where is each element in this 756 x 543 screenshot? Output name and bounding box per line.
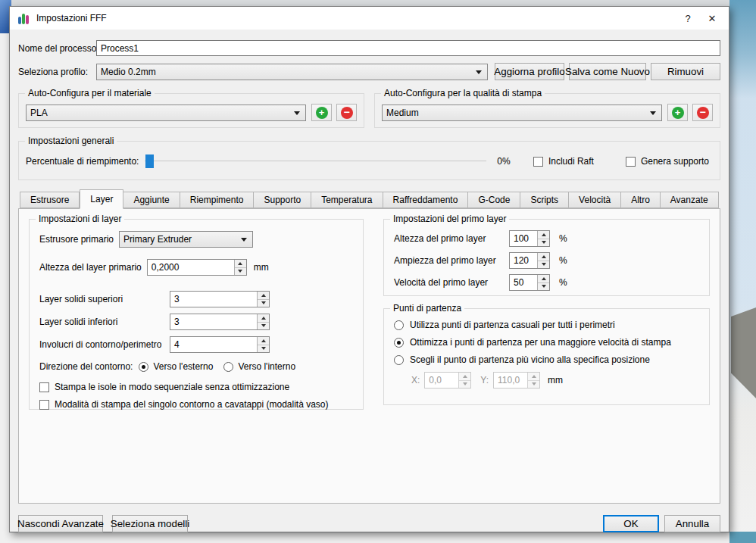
- start-y-label: Y:: [480, 375, 489, 385]
- app-icon: [18, 13, 30, 24]
- chevron-down-icon: [241, 238, 247, 242]
- first-layer-width-label: Ampiezza del primo layer: [394, 255, 509, 266]
- bottom-solid-layers-spinner[interactable]: 3: [170, 314, 270, 330]
- outline-direction-inside-radio[interactable]: [223, 362, 233, 372]
- tab-layer[interactable]: Layer: [80, 189, 123, 209]
- start-nearest-radio[interactable]: [394, 355, 404, 365]
- process-name-label: Nome del processo:: [18, 43, 96, 54]
- spin-down-button[interactable]: [538, 261, 549, 269]
- tab-estrusore[interactable]: Estrusore: [20, 192, 80, 208]
- profile-select[interactable]: Medio 0.2mm: [96, 64, 488, 80]
- spin-down-button[interactable]: [538, 239, 549, 247]
- generate-support-label: Genera supporto: [641, 156, 709, 167]
- spin-up-button[interactable]: [538, 231, 549, 239]
- add-quality-button[interactable]: +: [667, 104, 688, 121]
- spinner-arrows: [537, 253, 549, 268]
- spin-down-button[interactable]: [235, 268, 246, 276]
- first-layer-speed-spinner[interactable]: 50: [509, 274, 550, 291]
- bottom-solid-layers-label: Layer solidi inferiori: [39, 317, 170, 327]
- first-layer-height-spinner[interactable]: 100: [509, 230, 550, 247]
- outline-direction-label: Direzione del contorno:: [39, 361, 133, 372]
- include-raft-checkbox[interactable]: [533, 157, 543, 167]
- primary-extruder-select[interactable]: Primary Extruder: [119, 231, 253, 248]
- primary-layer-height-spinner[interactable]: 0,2000: [147, 259, 247, 276]
- generate-support-checkbox[interactable]: [626, 157, 636, 167]
- tab-supporto[interactable]: Supporto: [254, 192, 311, 208]
- quality-select[interactable]: Medium: [382, 105, 662, 121]
- select-models-button[interactable]: Seleziona modelli: [112, 515, 188, 532]
- footer: Nascondi Avanzate Seleziona modelli OK A…: [18, 515, 720, 532]
- first-layer-width-value: 120: [510, 253, 537, 268]
- plus-icon: +: [316, 107, 328, 119]
- save-as-new-button[interactable]: Salva come Nuovo: [569, 63, 646, 80]
- tab-riempimento[interactable]: Riempimento: [180, 192, 255, 208]
- material-select[interactable]: PLA: [26, 105, 306, 121]
- tab-scripts[interactable]: Scripts: [520, 192, 569, 208]
- spin-down-button[interactable]: [538, 283, 549, 291]
- help-button[interactable]: ?: [676, 9, 700, 27]
- tab-altro[interactable]: Altro: [621, 192, 661, 208]
- profile-select-label: Seleziona profilo:: [18, 67, 96, 77]
- process-name-input[interactable]: [96, 40, 720, 56]
- dialog-title: Impostazioni FFF: [36, 13, 676, 23]
- start-y-spinner: 110,0: [493, 372, 540, 389]
- material-select-value: PLA: [30, 108, 48, 118]
- primary-layer-height-unit: mm: [254, 262, 269, 273]
- spinner-arrows: [257, 337, 269, 352]
- tab-gcode[interactable]: G-Code: [468, 192, 520, 208]
- tab-velocita[interactable]: Velocità: [569, 192, 621, 208]
- spinner-arrows: [537, 231, 549, 246]
- auto-quality-group: Auto-Configura per la qualità di stampa …: [374, 93, 720, 128]
- first-layer-speed-value: 50: [510, 275, 537, 290]
- spinner-arrows: [257, 292, 269, 307]
- titlebar[interactable]: Impostazioni FFF ? ✕: [10, 7, 729, 30]
- start-points-title: Punti di partenza: [390, 303, 464, 314]
- close-button[interactable]: ✕: [700, 9, 724, 27]
- spin-up-button[interactable]: [258, 337, 269, 345]
- remove-quality-button[interactable]: −: [692, 104, 713, 121]
- spin-up-button[interactable]: [538, 253, 549, 261]
- sequential-islands-checkbox[interactable]: [39, 382, 49, 392]
- quality-select-value: Medium: [386, 108, 419, 118]
- general-settings-title: Impostazioni generali: [25, 136, 117, 146]
- top-solid-layers-spinner[interactable]: 3: [170, 291, 270, 307]
- spinner-arrows: [537, 275, 549, 290]
- tab-avanzate[interactable]: Avanzate: [661, 192, 719, 208]
- chevron-down-icon: [476, 70, 482, 74]
- cancel-button[interactable]: Annulla: [664, 515, 720, 532]
- slider-handle[interactable]: [145, 154, 154, 168]
- spin-down-button[interactable]: [258, 300, 269, 307]
- slider-track[interactable]: [145, 161, 486, 162]
- spin-up-button[interactable]: [258, 292, 269, 300]
- spin-down-button[interactable]: [258, 323, 269, 330]
- outline-perimeter-shells-spinner[interactable]: 4: [170, 336, 270, 353]
- start-optimize-radio[interactable]: [394, 338, 404, 348]
- spin-up-button[interactable]: [538, 275, 549, 283]
- add-material-button[interactable]: +: [311, 104, 332, 121]
- start-random-radio[interactable]: [394, 320, 404, 330]
- tab-raffreddamento[interactable]: Raffreddamento: [383, 192, 469, 208]
- vase-mode-checkbox[interactable]: [39, 400, 49, 410]
- first-layer-title: Impostazioni del primo layer: [390, 214, 509, 224]
- layer-tab-pane: Impostazioni di layer Estrusore primario…: [18, 208, 720, 504]
- tab-temperatura[interactable]: Temperatura: [311, 192, 383, 208]
- app-background-left: [0, 33, 9, 543]
- spin-up-button[interactable]: [258, 314, 269, 323]
- tab-aggiunte[interactable]: Aggiunte: [123, 192, 180, 208]
- vase-mode-label: Modalità di stampa del singolo contorno …: [55, 399, 329, 410]
- spin-down-button: [528, 381, 539, 389]
- update-profile-button[interactable]: Aggiorna profilo: [495, 63, 564, 80]
- spin-down-button[interactable]: [258, 345, 269, 353]
- ok-button[interactable]: OK: [603, 515, 659, 532]
- top-solid-layers-value: 3: [170, 292, 257, 307]
- hide-advanced-button[interactable]: Nascondi Avanzate: [18, 515, 103, 532]
- outline-direction-outside-radio[interactable]: [139, 362, 148, 372]
- first-layer-width-spinner[interactable]: 120: [509, 252, 550, 269]
- remove-material-button[interactable]: −: [336, 104, 357, 121]
- infill-slider[interactable]: [145, 154, 486, 169]
- screen: Impostazioni FFF ? ✕ Nome del processo: …: [0, 0, 756, 543]
- outline-direction-outside-label: Verso l'esterno: [153, 361, 213, 372]
- spin-down-button: [459, 381, 470, 389]
- spin-up-button[interactable]: [235, 260, 246, 268]
- remove-profile-button[interactable]: Rimuovi: [651, 63, 720, 80]
